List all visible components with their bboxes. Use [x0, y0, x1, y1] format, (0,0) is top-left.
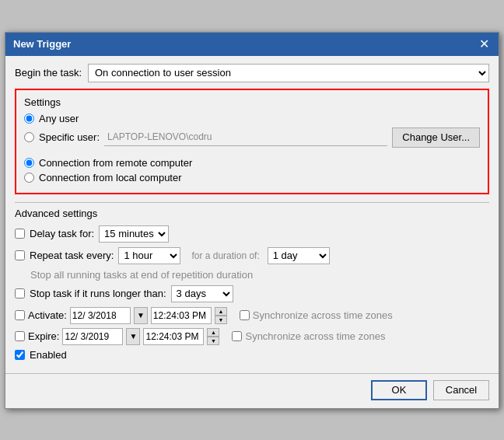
local-connection-row: Connection from local computer	[24, 172, 480, 183]
duration-label: for a duration of:	[191, 250, 259, 261]
ok-button[interactable]: OK	[371, 380, 427, 400]
stop-longer-label: Stop task if it runs longer than:	[30, 288, 166, 299]
repeat-task-select[interactable]: 1 hour	[118, 247, 180, 264]
specific-user-input[interactable]	[104, 129, 387, 146]
activate-sync-checkbox[interactable]	[240, 310, 250, 320]
local-connection-label: Connection from local computer	[39, 172, 182, 183]
expire-checkbox[interactable]	[15, 331, 25, 341]
any-user-row: Any user	[24, 113, 480, 124]
begin-task-label: Begin the task:	[15, 67, 82, 79]
advanced-section: Advanced settings Delay task for: 15 min…	[15, 202, 489, 361]
expire-date-input[interactable]	[62, 328, 123, 345]
expire-sync-row: Synchronize across time zones	[232, 330, 385, 342]
title-bar: New Trigger ✕	[5, 33, 499, 56]
expire-time-up[interactable]: ▲	[207, 328, 219, 337]
local-connection-radio[interactable]	[24, 173, 34, 183]
delay-task-row: Delay task for: 15 minutes	[15, 225, 489, 243]
activate-time-spinner[interactable]: ▲ ▼	[215, 307, 227, 324]
duration-select[interactable]: 1 day	[268, 247, 330, 264]
expire-time-spinner[interactable]: ▲ ▼	[207, 328, 219, 345]
begin-task-row: Begin the task: On connection to user se…	[15, 64, 489, 82]
change-user-button[interactable]: Change User...	[392, 127, 480, 148]
activate-sync-row: Synchronize across time zones	[240, 309, 393, 321]
expire-row: Expire: ▼ ▲ ▼ Synchronize across time zo…	[15, 328, 489, 345]
repeat-task-label: Repeat task every:	[30, 250, 114, 261]
enabled-checkbox[interactable]	[15, 350, 25, 360]
remote-connection-label: Connection from remote computer	[39, 157, 192, 169]
expire-calendar-button[interactable]: ▼	[126, 328, 140, 345]
expire-time-down[interactable]: ▼	[207, 337, 219, 345]
dialog-title: New Trigger	[13, 38, 71, 50]
activate-label: Activate:	[28, 309, 67, 321]
expire-label: Expire:	[28, 330, 59, 342]
activate-checkbox[interactable]	[15, 310, 25, 320]
stop-tasks-row: Stop all running tasks at end of repetit…	[15, 269, 489, 281]
delay-task-label: Delay task for:	[30, 228, 94, 239]
remote-connection-row: Connection from remote computer	[24, 157, 480, 169]
activate-date-input[interactable]	[70, 307, 131, 324]
cancel-button[interactable]: Cancel	[433, 380, 489, 400]
activate-calendar-button[interactable]: ▼	[134, 307, 148, 324]
any-user-label: Any user	[39, 113, 79, 124]
activate-time-input[interactable]	[151, 307, 212, 324]
settings-box: Settings Any user Specific user: Change …	[15, 89, 489, 194]
specific-user-label: Specific user:	[39, 131, 100, 143]
activate-row: Activate: ▼ ▲ ▼ Synchronize across time …	[15, 307, 489, 324]
stop-tasks-label: Stop all running tasks at end of repetit…	[30, 269, 253, 281]
advanced-title: Advanced settings	[15, 202, 489, 219]
activate-sync-label: Synchronize across time zones	[253, 309, 393, 321]
expire-sync-label: Synchronize across time zones	[245, 330, 385, 342]
begin-task-select[interactable]: On connection to user session	[88, 64, 489, 82]
any-user-radio[interactable]	[24, 113, 34, 124]
delay-task-select[interactable]: 15 minutes	[99, 225, 169, 243]
enabled-label: Enabled	[30, 349, 67, 361]
dialog: New Trigger ✕ Begin the task: On connect…	[5, 32, 499, 409]
stop-longer-checkbox[interactable]	[15, 288, 25, 299]
enabled-row: Enabled	[15, 349, 489, 361]
specific-user-row: Specific user: Change User...	[24, 127, 480, 148]
repeat-task-checkbox[interactable]	[15, 250, 25, 260]
specific-user-radio[interactable]	[24, 132, 34, 142]
stop-longer-select[interactable]: 3 days	[171, 285, 233, 302]
dialog-footer: OK Cancel	[5, 373, 499, 408]
close-button[interactable]: ✕	[478, 38, 491, 51]
settings-title: Settings	[24, 96, 480, 108]
stop-longer-row: Stop task if it runs longer than: 3 days	[15, 285, 489, 302]
repeat-task-row: Repeat task every: 1 hour for a duration…	[15, 247, 489, 264]
activate-time-down[interactable]: ▼	[215, 316, 227, 324]
activate-time-up[interactable]: ▲	[215, 307, 227, 316]
remote-connection-radio[interactable]	[24, 158, 34, 168]
expire-time-input[interactable]	[143, 328, 204, 345]
expire-sync-checkbox[interactable]	[232, 331, 242, 341]
dialog-body: Begin the task: On connection to user se…	[5, 56, 499, 368]
delay-task-checkbox[interactable]	[15, 229, 25, 239]
